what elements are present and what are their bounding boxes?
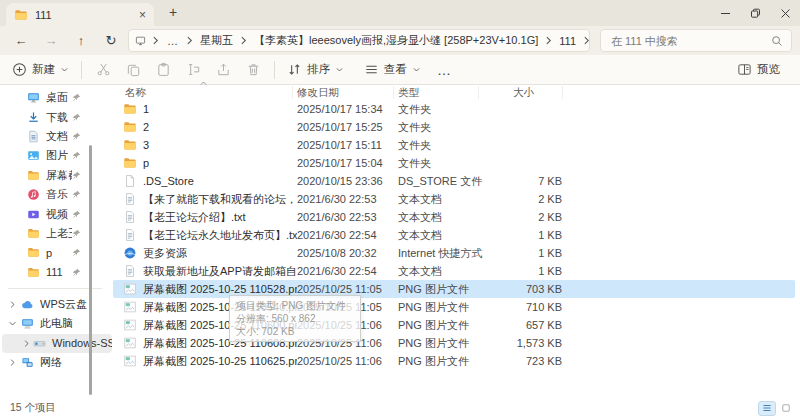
preview-button[interactable]: 预览 [731, 62, 786, 77]
sidebar-tree-item[interactable]: Windows-SSD [2, 334, 112, 353]
file-name: 3 [143, 139, 149, 151]
file-row[interactable]: 22025/10/17 15:25文件夹 [113, 118, 795, 136]
large-icons-view-button[interactable] [778, 402, 794, 415]
pin-icon [72, 229, 81, 238]
file-size: 710 KB [483, 301, 562, 313]
back-button[interactable]: ← [6, 33, 36, 48]
file-row[interactable]: 屏幕截图 2025-10-25 110625.png2025/10/25 11:… [113, 352, 795, 370]
close-tab-icon[interactable]: × [139, 9, 146, 21]
sidebar-item[interactable]: 视频 [0, 204, 112, 223]
breadcrumb-item[interactable]: 【李素英】leeesovely画报,湿身显小缝 [258P+23V+10.1G] [251, 33, 541, 48]
chevron-right-icon[interactable] [8, 300, 21, 309]
rename-button[interactable] [178, 62, 208, 77]
sidebar-item[interactable]: 上老王论坛当 [0, 224, 112, 243]
sidebar-tree-item[interactable]: WPS云盘 [0, 295, 112, 314]
sidebar-item[interactable]: 桌面 [0, 88, 112, 107]
breadcrumb-item[interactable]: 星期五 [197, 33, 236, 48]
copy-button[interactable] [118, 62, 148, 77]
pin-icon [72, 248, 81, 257]
sidebar-item-label: 此电脑 [40, 316, 73, 331]
column-header-date[interactable]: 修改日期 [297, 86, 398, 100]
globe-icon [123, 246, 137, 260]
sort-button[interactable]: 排序 [281, 62, 350, 77]
file-row[interactable]: 屏幕截图 2025-10-25 110540.png2025/10/25 11:… [113, 298, 795, 316]
breadcrumb-ellipsis[interactable]: … [163, 35, 182, 47]
file-icon [123, 174, 137, 188]
image-icon [123, 318, 137, 332]
column-headers: 名称 修改日期 类型 大小 [113, 85, 800, 100]
file-row[interactable]: 【老王论坛介绍】.txt2021/6/30 22:53文本文档2 KB [113, 208, 795, 226]
sidebar-item[interactable]: 下载 [0, 107, 112, 126]
file-row[interactable]: 屏幕截图 2025-10-25 110528.png2025/10/25 11:… [113, 280, 795, 298]
cut-button[interactable] [88, 62, 118, 77]
close-button[interactable] [770, 0, 800, 26]
file-row[interactable]: 获取最新地址及APP请发邮箱自动获取.txt2021/6/30 22:54文本文… [113, 262, 795, 280]
sidebar-item[interactable]: 屏幕截图 [0, 166, 112, 185]
sidebar-item-label: 桌面 [46, 90, 68, 105]
chevron-right-icon[interactable] [8, 358, 21, 367]
search-input[interactable] [609, 34, 771, 48]
share-button[interactable] [208, 62, 238, 77]
file-row[interactable]: 更多资源2025/10/8 20:32Internet 快捷方式1 KB [113, 244, 795, 262]
file-row[interactable]: .DS_Store2020/10/15 23:36DS_STORE 文件7 KB [113, 172, 795, 190]
folder-icon [123, 156, 137, 170]
pin-icon [72, 210, 81, 219]
status-bar: 15 个项目 [0, 400, 800, 416]
navigation-sidebar: 桌面下载文档图片屏幕截图音乐视频上老王论坛当p111 WPS云盘此电脑Windo… [0, 85, 112, 400]
details-view-button[interactable] [758, 401, 776, 416]
cloud-icon [21, 298, 34, 311]
breadcrumb[interactable]: … 星期五 【李素英】leeesovely画报,湿身显小缝 [258P+23V+… [128, 29, 590, 52]
refresh-button[interactable]: ↻ [96, 33, 126, 48]
chevron-down-icon[interactable] [8, 319, 21, 328]
nav-buttons: ← → ↑ ↻ [6, 26, 126, 55]
file-size: 7 KB [483, 175, 562, 187]
forward-button[interactable]: → [36, 33, 66, 48]
tab-111[interactable]: 111 × [6, 3, 154, 26]
file-row[interactable]: 32025/10/17 15:11文件夹 [113, 136, 795, 154]
file-list: 12025/10/17 15:34文件夹22025/10/17 15:25文件夹… [113, 100, 795, 370]
download-icon [27, 111, 40, 124]
sidebar-item[interactable]: 音乐 [0, 185, 112, 204]
toolbar-divider [81, 61, 82, 79]
sidebar-scrollbar[interactable] [89, 145, 92, 395]
sidebar-item[interactable]: 111 [0, 263, 112, 282]
folder-icon [27, 246, 40, 259]
file-row[interactable]: 屏幕截图 2025-10-25 110608.png2025/10/25 11:… [113, 334, 795, 352]
sidebar-item-label: p [46, 247, 52, 259]
file-date: 2021/6/30 22:53 [297, 193, 398, 205]
file-row[interactable]: 【来了就能下载和观看的论坛，纯免费！】.txt2021/6/30 22:53文本… [113, 190, 795, 208]
file-date: 2021/6/30 22:54 [297, 229, 398, 241]
paste-button[interactable] [148, 62, 178, 77]
file-row[interactable]: 12025/10/17 15:34文件夹 [113, 100, 795, 118]
column-header-size[interactable]: 大小 [483, 86, 567, 100]
view-button[interactable]: 查看 [358, 62, 427, 77]
more-options-button[interactable]: … [427, 62, 462, 78]
tooltip-line: 项目类型: PNG 图片文件 [236, 299, 354, 312]
sidebar-tree-item[interactable]: 此电脑 [0, 314, 112, 333]
tooltip-line: 分辨率: 560 x 862 [236, 312, 354, 325]
new-button-label: 新建 [32, 62, 55, 77]
column-header-type[interactable]: 类型 [398, 86, 483, 100]
chevron-right-icon[interactable] [22, 339, 33, 348]
file-date: 2025/10/17 15:25 [297, 121, 398, 133]
delete-button[interactable] [238, 62, 268, 77]
file-row[interactable]: 【老王论坛永久地址发布页】.txt2021/6/30 22:54文本文档1 KB [113, 226, 795, 244]
new-tab-button[interactable]: + [163, 2, 183, 22]
chevron-down-icon [412, 65, 421, 74]
file-row[interactable]: p2025/10/17 15:04文件夹 [113, 154, 795, 172]
column-header-name[interactable]: 名称 [113, 86, 297, 100]
sidebar-tree-item[interactable]: 网络 [0, 353, 112, 372]
sidebar-item[interactable]: p [0, 243, 112, 262]
file-date: 2025/10/17 15:04 [297, 157, 398, 169]
text-icon [123, 210, 137, 224]
restore-button[interactable] [740, 0, 770, 26]
file-row[interactable]: 屏幕截图 2025-10-25 110600.png2025/10/25 11:… [113, 316, 795, 334]
chevron-right-icon [541, 35, 556, 46]
new-button[interactable]: 新建 [6, 62, 75, 77]
up-button[interactable]: ↑ [66, 33, 96, 48]
sidebar-item[interactable]: 图片 [0, 146, 112, 165]
minimize-button[interactable] [710, 0, 740, 26]
file-name: 【老王论坛介绍】.txt [143, 210, 246, 225]
sidebar-item[interactable]: 文档 [0, 127, 112, 146]
breadcrumb-item[interactable]: 111 [556, 35, 579, 47]
